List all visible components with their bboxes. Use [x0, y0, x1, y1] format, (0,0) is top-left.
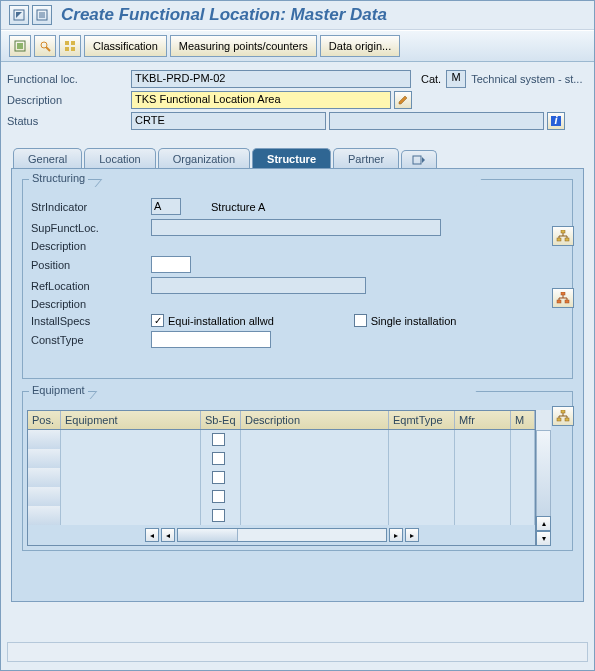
svg-rect-9	[65, 41, 69, 45]
row-sbeq-checkbox[interactable]	[212, 509, 225, 522]
page-title: Create Functional Location: Master Data	[61, 5, 387, 25]
col-equipment[interactable]: Equipment	[61, 411, 201, 429]
col-eqmttype[interactable]: EqmtType	[389, 411, 455, 429]
single-installation-label: Single installation	[371, 315, 457, 327]
svg-rect-6	[17, 43, 23, 49]
table-row[interactable]	[28, 449, 535, 468]
equipment-group-title: Equipment	[29, 384, 88, 396]
svg-rect-11	[65, 47, 69, 51]
data-origin-button[interactable]: Data origin...	[320, 35, 400, 57]
toolbar-icon-2[interactable]	[34, 35, 56, 57]
tab-general[interactable]: General	[13, 148, 82, 169]
status-field: CRTE	[131, 112, 326, 130]
tab-more-icon[interactable]	[401, 150, 437, 169]
svg-rect-30	[561, 410, 565, 413]
row-sbeq-checkbox[interactable]	[212, 452, 225, 465]
vscroll-up-icon[interactable]: ▴	[536, 516, 551, 531]
col-m[interactable]: M	[511, 411, 535, 429]
hscroll-thumb[interactable]	[178, 529, 238, 541]
strindicator-field: A	[151, 198, 181, 215]
measuring-points-button[interactable]: Measuring points/counters	[170, 35, 317, 57]
svg-rect-16	[561, 230, 565, 233]
row-sbeq-checkbox[interactable]	[212, 490, 225, 503]
tab-location[interactable]: Location	[84, 148, 156, 169]
status-bar	[7, 642, 588, 662]
equipment-hierarchy-icon[interactable]	[552, 406, 574, 426]
svg-rect-32	[565, 418, 569, 421]
supfunctloc-label: SupFunctLoc.	[31, 222, 151, 234]
equi-installation-checkbox[interactable]	[151, 314, 164, 327]
hscroll-last-icon[interactable]: ▸	[405, 528, 419, 542]
hscroll-next-icon[interactable]: ▸	[389, 528, 403, 542]
svg-rect-18	[565, 238, 569, 241]
vscroll-down-icon[interactable]: ▾	[536, 531, 551, 546]
ref-description-label: Description	[31, 298, 151, 310]
svg-rect-12	[71, 47, 75, 51]
table-row[interactable]	[28, 506, 535, 525]
table-row[interactable]	[28, 487, 535, 506]
row-sbeq-checkbox[interactable]	[212, 471, 225, 484]
tab-structure[interactable]: Structure	[252, 148, 331, 169]
col-description[interactable]: Description	[241, 411, 389, 429]
position-field[interactable]	[151, 256, 191, 273]
vscroll-thumb[interactable]	[536, 430, 551, 516]
reflocation-label: RefLocation	[31, 280, 151, 292]
svg-rect-17	[557, 238, 561, 241]
hscroll-track[interactable]	[177, 528, 387, 542]
svg-line-8	[46, 47, 50, 51]
toolbar-icon-1[interactable]	[9, 35, 31, 57]
cat-value: M	[446, 70, 466, 88]
table-row[interactable]	[28, 430, 535, 449]
reflocation-field[interactable]	[151, 277, 366, 294]
row-sbeq-checkbox[interactable]	[212, 433, 225, 446]
strindicator-text: Structure A	[211, 201, 265, 213]
hscroll-prev-icon[interactable]: ◂	[161, 528, 175, 542]
col-sbeq[interactable]: Sb-Eq	[201, 411, 241, 429]
position-label: Position	[31, 259, 151, 271]
classification-button[interactable]: Classification	[84, 35, 167, 57]
svg-rect-31	[557, 418, 561, 421]
single-installation-checkbox[interactable]	[354, 314, 367, 327]
svg-rect-10	[71, 41, 75, 45]
edit-description-icon[interactable]	[394, 91, 412, 109]
structuring-group-title: Structuring	[29, 172, 88, 184]
status-info-icon[interactable]: i	[547, 112, 565, 130]
hscroll-first-icon[interactable]: ◂	[145, 528, 159, 542]
status-label: Status	[7, 115, 131, 127]
consttype-field[interactable]	[151, 331, 271, 348]
table-row[interactable]	[28, 468, 535, 487]
svg-rect-23	[561, 292, 565, 295]
title-icon-back[interactable]	[9, 5, 29, 25]
reflocation-hierarchy-icon[interactable]	[552, 288, 574, 308]
installspecs-label: InstallSpecs	[31, 315, 151, 327]
cat-text: Technical system - st...	[471, 73, 582, 85]
tab-partner[interactable]: Partner	[333, 148, 399, 169]
description-label: Description	[7, 94, 131, 106]
col-mfr[interactable]: Mfr	[455, 411, 511, 429]
equi-installation-label: Equi-installation allwd	[168, 315, 274, 327]
strindicator-label: StrIndicator	[31, 201, 151, 213]
tab-organization[interactable]: Organization	[158, 148, 250, 169]
col-pos[interactable]: Pos.	[28, 411, 61, 429]
toolbar-icon-3[interactable]	[59, 35, 81, 57]
status-field-2	[329, 112, 544, 130]
title-icon-list[interactable]	[32, 5, 52, 25]
svg-rect-24	[557, 300, 561, 303]
cat-label: Cat.	[421, 73, 441, 85]
svg-rect-15	[413, 156, 421, 164]
supfunctloc-field[interactable]	[151, 219, 441, 236]
functional-loc-label: Functional loc.	[7, 73, 131, 85]
consttype-label: ConstType	[31, 334, 151, 346]
svg-rect-25	[565, 300, 569, 303]
description-field[interactable]: TKS Functional Location Area	[131, 91, 391, 109]
functional-loc-field: TKBL-PRD-PM-02	[131, 70, 411, 88]
supfunctloc-hierarchy-icon[interactable]	[552, 226, 574, 246]
sup-description-label: Description	[31, 240, 151, 252]
